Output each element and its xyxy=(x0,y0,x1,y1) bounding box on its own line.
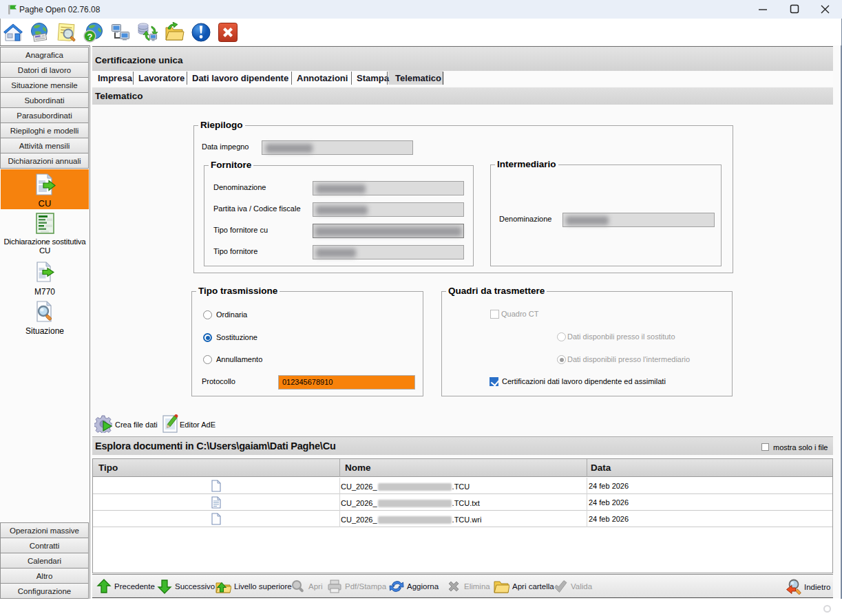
svg-text:?: ? xyxy=(87,32,93,42)
